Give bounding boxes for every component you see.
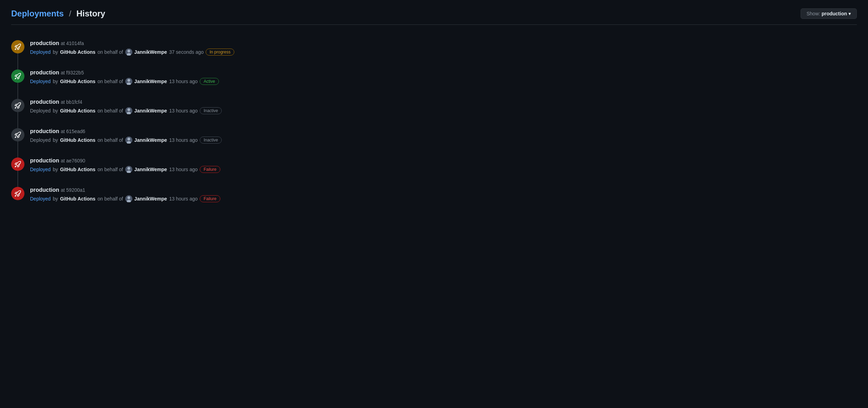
- on-behalf-text: on behalf of: [97, 196, 123, 202]
- deployment-item: production at ae76090 Deployed by GitHub…: [11, 151, 857, 180]
- rocket-icon: [15, 190, 21, 197]
- show-filter-button[interactable]: Show: production ▾: [801, 8, 857, 19]
- avatar: [125, 49, 132, 56]
- svg-point-1: [127, 50, 130, 52]
- rocket-icon: [15, 161, 21, 167]
- actor-name: GitHub Actions: [60, 167, 95, 172]
- deployed-link[interactable]: Deployed: [30, 79, 51, 84]
- svg-point-13: [127, 167, 130, 170]
- status-badge: Inactive: [200, 137, 222, 144]
- show-value: production: [822, 11, 847, 16]
- deployment-icon[interactable]: [11, 158, 24, 171]
- actor-name: GitHub Actions: [60, 108, 95, 114]
- avatar: [125, 137, 132, 144]
- commit-hash: at 615ead6: [61, 129, 85, 134]
- deployment-item: production at f9322b5 Deployed by GitHub…: [11, 63, 857, 92]
- actor-name: GitHub Actions: [60, 79, 95, 84]
- deployment-title: production at bb1fcf4: [30, 99, 857, 105]
- svg-point-10: [127, 138, 130, 140]
- deployed-link[interactable]: Deployed: [30, 196, 51, 202]
- deployment-meta: Deployed by GitHub Actions on behalf of …: [30, 78, 857, 85]
- page-header: Deployments / History Show: production ▾: [11, 8, 857, 25]
- time-text: 13 hours ago: [169, 108, 198, 114]
- on-behalf-text: on behalf of: [97, 137, 123, 143]
- time-text: 13 hours ago: [169, 167, 198, 172]
- deployment-icon[interactable]: [11, 40, 24, 53]
- by-text: by: [53, 108, 58, 114]
- commit-hash: at bb1fcf4: [61, 99, 82, 105]
- rocket-icon: [15, 102, 21, 109]
- deployment-meta: Deployed by GitHub Actions on behalf of …: [30, 49, 857, 56]
- actor-name: GitHub Actions: [60, 137, 95, 143]
- deployment-content: production at 41014fa Deployed by GitHub…: [30, 40, 857, 56]
- user-name: JannikWempe: [134, 137, 167, 143]
- deployment-item: production at 41014fa Deployed by GitHub…: [11, 33, 857, 63]
- deployment-content: production at 59200a1 Deployed by GitHub…: [30, 187, 857, 202]
- user-name: JannikWempe: [134, 49, 167, 55]
- status-badge: In progress: [206, 49, 234, 56]
- status-badge: Failure: [200, 195, 220, 202]
- on-behalf-text: on behalf of: [97, 108, 123, 114]
- avatar: [125, 195, 132, 202]
- deployment-meta: Deployed by GitHub Actions on behalf of …: [30, 137, 857, 144]
- commit-hash: at 59200a1: [61, 187, 85, 193]
- by-text: by: [53, 79, 58, 84]
- on-behalf-text: on behalf of: [97, 167, 123, 172]
- env-name: production: [30, 128, 59, 134]
- deployment-title: production at 59200a1: [30, 187, 857, 193]
- deployment-meta: Deployed by GitHub Actions on behalf of …: [30, 107, 857, 114]
- dropdown-arrow-icon: ▾: [848, 11, 851, 16]
- deployment-meta: Deployed by GitHub Actions on behalf of …: [30, 195, 857, 202]
- env-name: production: [30, 158, 59, 163]
- deployed-link[interactable]: Deployed: [30, 167, 51, 172]
- avatar: [125, 78, 132, 85]
- deployments-link[interactable]: Deployments: [11, 9, 64, 18]
- user-name: JannikWempe: [134, 108, 167, 114]
- show-prefix: Show:: [807, 11, 820, 16]
- by-text: by: [53, 49, 58, 55]
- deployment-content: production at f9322b5 Deployed by GitHub…: [30, 70, 857, 85]
- avatar: [125, 107, 132, 114]
- page-title: Deployments / History: [11, 9, 105, 19]
- time-text: 13 hours ago: [169, 196, 198, 202]
- commit-hash: at f9322b5: [61, 70, 84, 75]
- on-behalf-text: on behalf of: [97, 49, 123, 55]
- page-container: Deployments / History Show: production ▾…: [0, 0, 868, 218]
- deployed-text: Deployed: [30, 108, 51, 114]
- svg-point-7: [127, 108, 130, 111]
- user-name: JannikWempe: [134, 79, 167, 84]
- title-separator: /: [69, 9, 71, 18]
- deployment-title: production at ae76090: [30, 158, 857, 164]
- svg-point-4: [127, 79, 130, 82]
- by-text: by: [53, 137, 58, 143]
- time-text: 13 hours ago: [169, 79, 198, 84]
- deployment-icon[interactable]: [11, 99, 24, 112]
- deployed-link[interactable]: Deployed: [30, 49, 51, 55]
- svg-point-16: [127, 196, 130, 199]
- rocket-icon: [15, 73, 21, 79]
- deployment-icon[interactable]: [11, 70, 24, 83]
- deployment-icon[interactable]: [11, 128, 24, 141]
- history-label: History: [76, 9, 105, 18]
- env-name: production: [30, 70, 59, 75]
- time-text: 37 seconds ago: [169, 49, 204, 55]
- time-text: 13 hours ago: [169, 137, 198, 143]
- deployment-meta: Deployed by GitHub Actions on behalf of …: [30, 166, 857, 173]
- deployment-item: production at bb1fcf4 Deployed by GitHub…: [11, 92, 857, 121]
- deployment-content: production at ae76090 Deployed by GitHub…: [30, 158, 857, 173]
- actor-name: GitHub Actions: [60, 49, 95, 55]
- status-badge: Inactive: [200, 107, 222, 114]
- deployment-content: production at bb1fcf4 Deployed by GitHub…: [30, 99, 857, 114]
- deployment-title: production at 41014fa: [30, 40, 857, 46]
- by-text: by: [53, 196, 58, 202]
- by-text: by: [53, 167, 58, 172]
- avatar: [125, 166, 132, 173]
- commit-hash: at 41014fa: [61, 41, 84, 46]
- status-badge: Active: [200, 78, 219, 85]
- on-behalf-text: on behalf of: [97, 79, 123, 84]
- user-name: JannikWempe: [134, 167, 167, 172]
- deployment-icon[interactable]: [11, 187, 24, 200]
- deployed-text: Deployed: [30, 137, 51, 143]
- deployments-list: production at 41014fa Deployed by GitHub…: [11, 33, 857, 209]
- rocket-icon: [15, 132, 21, 138]
